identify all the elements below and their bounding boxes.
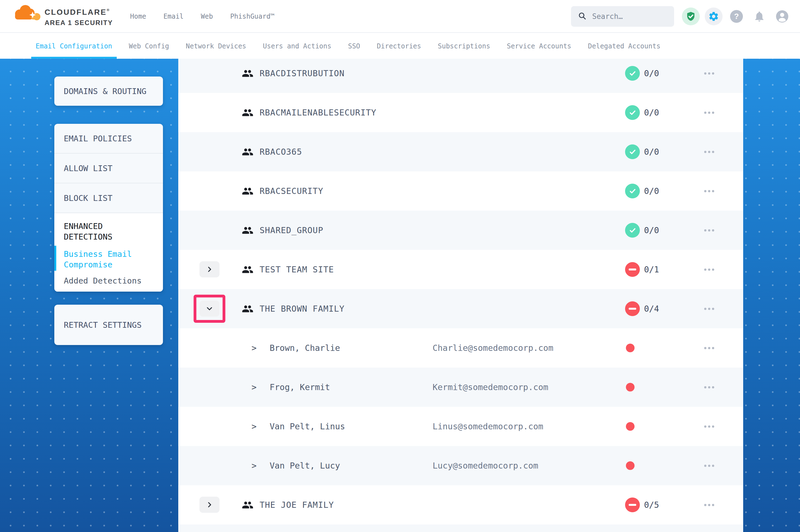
group-people-icon xyxy=(242,146,254,159)
top-navigation: Home Email Web PhishGuard™ xyxy=(130,0,274,33)
member-count: 0/0 xyxy=(644,171,659,211)
brand-subtitle: AREA 1 SECURITY xyxy=(44,19,113,27)
member-email: Lucy@somedemocorp.com xyxy=(433,446,538,485)
nav-home[interactable]: Home xyxy=(130,13,146,20)
member-chevron-icon[interactable]: > xyxy=(252,407,257,446)
group-people-icon xyxy=(242,185,254,198)
status-icon xyxy=(625,301,640,316)
brand-text: CLOUDFLARE® AREA 1 SECURITY xyxy=(44,8,113,27)
row-actions-menu-button[interactable] xyxy=(704,59,714,93)
status-icon xyxy=(625,223,640,238)
sidebar-item-block-list[interactable]: BLOCK LIST xyxy=(54,183,163,213)
search-box[interactable] xyxy=(571,6,674,27)
member-row: > Van Pelt, Lucy Lucy@somedemocorp.com xyxy=(178,446,743,485)
member-row: > Van Pelt, Linus Linus@somedemocorp.com xyxy=(178,407,743,446)
sidebar-email-policies-card: EMAIL POLICIES ALLOW LIST BLOCK LIST ENH… xyxy=(54,124,163,291)
expand-toggle-button[interactable] xyxy=(199,497,219,513)
header-icon-strip: ? xyxy=(682,0,791,33)
sidebar-enhanced-detections-section: ENHANCED DETECTIONS Business Email Compr… xyxy=(54,213,163,291)
sidebar-item-email-policies[interactable]: EMAIL POLICIES xyxy=(54,124,163,154)
tab-users-and-actions[interactable]: Users and Actions xyxy=(263,33,331,59)
row-actions-menu-button[interactable] xyxy=(704,485,714,525)
member-chevron-icon[interactable]: > xyxy=(252,446,257,485)
member-count: 0/0 xyxy=(644,59,659,93)
search-icon xyxy=(578,12,587,21)
group-row: TEST TEAM SITE 0/1 xyxy=(178,250,743,289)
tab-web-config[interactable]: Web Config xyxy=(129,33,169,59)
blocked-status-dot xyxy=(626,344,635,352)
group-table: RBACDISTRUBUTION 0/0 RBACMAILENABLESECUR… xyxy=(178,59,743,532)
row-actions-menu-button[interactable] xyxy=(704,367,714,407)
member-count: 0/4 xyxy=(644,289,659,328)
tab-service-accounts[interactable]: Service Accounts xyxy=(507,33,571,59)
expand-toggle-button[interactable] xyxy=(199,301,219,317)
nav-email[interactable]: Email xyxy=(164,13,184,20)
member-chevron-icon[interactable]: > xyxy=(252,328,257,367)
member-chevron-icon[interactable]: > xyxy=(252,367,257,407)
help-question-glyph: ? xyxy=(730,10,743,23)
row-actions-menu-button[interactable] xyxy=(704,407,714,446)
group-row-partial xyxy=(178,525,743,532)
security-shield-check-icon[interactable] xyxy=(682,7,700,25)
status-icon xyxy=(625,145,640,159)
status-icon xyxy=(625,262,640,277)
row-actions-menu-button[interactable] xyxy=(704,250,714,289)
enhanced-detections-title[interactable]: ENHANCED DETECTIONS xyxy=(64,221,154,242)
group-people-icon xyxy=(242,264,254,277)
cloudflare-logo-icon[interactable] xyxy=(13,4,42,22)
notifications-bell-icon[interactable] xyxy=(750,7,768,25)
member-email: Kermit@somedemocorp.com xyxy=(433,367,548,407)
sidebar-item-domains-routing[interactable]: DOMAINS & ROUTING xyxy=(54,77,163,106)
member-count: 0/5 xyxy=(644,485,659,525)
group-row: THE JOE FAMILY 0/5 xyxy=(178,485,743,525)
groups-table-panel: RBACDISTRUBUTION 0/0 RBACMAILENABLESECUR… xyxy=(178,59,743,532)
retract-settings-label: RETRACT SETTINGS xyxy=(64,320,142,330)
group-row: SHARED_GROUP 0/0 xyxy=(178,211,743,250)
status-icon xyxy=(625,66,640,81)
sidebar-item-added-detections[interactable]: Added Detections xyxy=(64,276,154,285)
tab-directories[interactable]: Directories xyxy=(377,33,421,59)
main-area: DOMAINS & ROUTING EMAIL POLICIES ALLOW L… xyxy=(0,59,800,532)
row-actions-menu-button[interactable] xyxy=(704,328,714,367)
group-people-icon xyxy=(242,225,254,238)
blocked-status-dot xyxy=(626,383,635,392)
blocked-status-dot xyxy=(626,461,635,470)
status-icon xyxy=(625,105,640,120)
tab-email-configuration[interactable]: Email Configuration xyxy=(36,33,112,59)
tab-delegated-accounts[interactable]: Delegated Accounts xyxy=(588,33,660,59)
app-header: CLOUDFLARE® AREA 1 SECURITY Home Email W… xyxy=(0,0,800,33)
group-name: THE BROWN FAMILY xyxy=(260,289,345,328)
group-people-icon xyxy=(242,107,254,120)
row-actions-menu-button[interactable] xyxy=(704,171,714,211)
group-row: RBACSECURITY 0/0 xyxy=(178,171,743,211)
help-icon[interactable]: ? xyxy=(728,7,745,25)
row-actions-menu-button[interactable] xyxy=(704,132,714,171)
member-row: > Frog, Kermit Kermit@somedemocorp.com xyxy=(178,367,743,407)
status-icon xyxy=(625,184,640,198)
row-actions-menu-button[interactable] xyxy=(704,289,714,328)
group-name: RBACDISTRUBUTION xyxy=(260,59,345,93)
search-input[interactable] xyxy=(592,12,668,21)
nav-phishguard[interactable]: PhishGuard™ xyxy=(230,13,274,20)
row-actions-menu-button[interactable] xyxy=(704,211,714,250)
member-name: Van Pelt, Lucy xyxy=(270,446,340,485)
nav-web[interactable]: Web xyxy=(201,13,213,20)
tab-subscriptions[interactable]: Subscriptions xyxy=(438,33,490,59)
brand-name: CLOUDFLARE xyxy=(44,8,107,16)
member-email: Linus@somedemocorp.com xyxy=(433,407,543,446)
settings-gear-icon[interactable] xyxy=(705,7,723,25)
sidebar-item-retract-settings[interactable]: RETRACT SETTINGS xyxy=(54,305,163,345)
tab-network-devices[interactable]: Network Devices xyxy=(186,33,246,59)
row-actions-menu-button[interactable] xyxy=(704,93,714,132)
group-row: RBACMAILENABLESECURITY 0/0 xyxy=(178,93,743,132)
sidebar-item-business-email-compromise[interactable]: Business Email Compromise xyxy=(64,249,154,270)
sidebar-item-allow-list[interactable]: ALLOW LIST xyxy=(54,154,163,183)
expand-toggle-button[interactable] xyxy=(199,261,219,278)
block-list-label: BLOCK LIST xyxy=(64,193,112,203)
member-name: Van Pelt, Linus xyxy=(270,407,345,446)
tab-sso[interactable]: SSO xyxy=(348,33,360,59)
member-row: > Brown, Charlie Charlie@somedemocorp.co… xyxy=(178,328,743,367)
secondary-tab-bar: Email ConfigurationWeb ConfigNetwork Dev… xyxy=(0,33,800,59)
account-icon[interactable] xyxy=(773,7,791,25)
row-actions-menu-button[interactable] xyxy=(704,446,714,485)
